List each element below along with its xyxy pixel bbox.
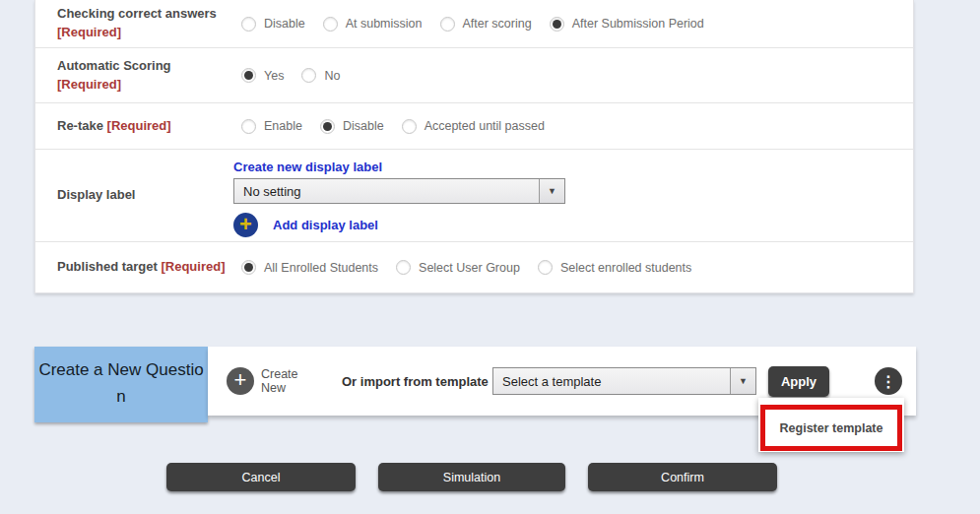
quiz-settings-panel: Checking correct answers [Required] Disa… (34, 0, 914, 293)
plus-glyph: + (239, 214, 252, 235)
option-label[interactable]: Disable (343, 119, 384, 133)
form-row-retake: Re-take [Required] Enable Disable Accept… (35, 103, 913, 150)
option-all-enrolled-students[interactable]: All Enrolled Students (241, 260, 378, 275)
radio-icon[interactable] (301, 68, 316, 83)
option-select-user-group[interactable]: Select User Group (396, 260, 520, 275)
option-after-scoring[interactable]: After scoring (440, 17, 532, 32)
radio-icon[interactable] (241, 119, 256, 134)
display-label-select-value[interactable]: No setting (234, 184, 539, 199)
form-row-published-target: Published target [Required] All Enrolled… (35, 242, 913, 292)
option-label[interactable]: After scoring (463, 17, 532, 31)
add-display-label-link[interactable]: Add display label (273, 218, 378, 232)
chevron-down-icon: ▼ (739, 377, 748, 386)
template-select-value[interactable]: Select a template (493, 374, 730, 389)
required-marker: [Required] (57, 77, 121, 92)
display-label-select[interactable]: No setting ▼ (233, 178, 565, 204)
form-row-checking-correct-answers: Checking correct answers [Required] Disa… (35, 0, 913, 48)
option-label[interactable]: Select enrolled students (560, 261, 691, 275)
plus-glyph: + (234, 369, 247, 391)
radio-icon[interactable] (323, 17, 338, 32)
row-label-text: Published target (57, 259, 158, 274)
row-label: Re-take [Required] (35, 117, 227, 136)
option-label[interactable]: Accepted until passed (425, 119, 545, 133)
option-disable[interactable]: Disable (241, 17, 305, 32)
template-select[interactable]: Select a template ▼ (492, 367, 756, 395)
page: Checking correct answers [Required] Disa… (0, 0, 980, 514)
simulation-button[interactable]: Simulation (378, 463, 565, 491)
option-label[interactable]: Disable (264, 17, 305, 31)
confirm-button[interactable]: Confirm (588, 463, 777, 491)
option-disable[interactable]: Disable (320, 119, 384, 134)
row-label: Automatic Scoring [Required] (35, 57, 227, 95)
kebab-menu-icon[interactable]: ⋮ (875, 367, 902, 395)
radio-icon-selected[interactable] (550, 17, 564, 32)
create-new-display-label-link[interactable]: Create new display label (233, 160, 382, 174)
option-label[interactable]: After Submission Period (572, 17, 704, 31)
option-after-submission-period[interactable]: After Submission Period (550, 17, 704, 32)
radio-group-published-target: All Enrolled Students Select User Group … (227, 260, 709, 275)
row-label: Checking correct answers [Required] (35, 5, 227, 42)
option-enable[interactable]: Enable (241, 119, 302, 134)
apply-button[interactable]: Apply (768, 366, 829, 397)
create-new-label[interactable]: Create New (261, 367, 310, 396)
option-label[interactable]: Select User Group (419, 261, 520, 275)
dropdown-button[interactable]: ▼ (730, 368, 755, 394)
radio-group-checking-correct-answers: Disable At submission After scoring Afte… (227, 17, 722, 32)
row-label: Display label (35, 186, 227, 205)
radio-icon[interactable] (440, 17, 455, 32)
required-marker: [Required] (161, 259, 225, 274)
radio-icon-selected[interactable] (241, 68, 256, 83)
option-label[interactable]: At submission (346, 17, 423, 31)
option-at-submission[interactable]: At submission (323, 17, 423, 32)
option-label[interactable]: All Enrolled Students (264, 261, 378, 275)
option-select-enrolled-students[interactable]: Select enrolled students (538, 260, 691, 275)
option-accepted-until-passed[interactable]: Accepted until passed (402, 119, 545, 134)
row-label-text: Checking correct answers (57, 6, 217, 21)
radio-icon[interactable] (402, 119, 417, 134)
radio-icon-selected[interactable] (241, 260, 256, 275)
radio-group-retake: Enable Disable Accepted until passed (227, 119, 562, 134)
create-new-button[interactable]: + Create New (227, 347, 310, 416)
radio-icon-selected[interactable] (320, 119, 335, 134)
chevron-down-icon: ▼ (548, 187, 556, 196)
cancel-button[interactable]: Cancel (166, 463, 356, 491)
row-label-text: Automatic Scoring (57, 58, 171, 73)
radio-icon[interactable] (538, 260, 553, 275)
option-label[interactable]: Enable (264, 119, 302, 133)
required-marker: [Required] (107, 118, 171, 133)
add-circle-icon[interactable]: + (233, 213, 258, 237)
form-row-display-label: Display label Create new display label N… (35, 150, 913, 242)
form-row-automatic-scoring: Automatic Scoring [Required] Yes No (35, 48, 913, 103)
radio-group-automatic-scoring: Yes No (227, 68, 358, 83)
row-label-text: Re-take (57, 118, 103, 133)
add-display-label-row: + Add display label (233, 213, 565, 237)
display-label-content: Create new display label No setting ▼ + … (227, 150, 565, 237)
row-label-text: Display label (57, 187, 135, 202)
dropdown-button[interactable]: ▼ (539, 179, 564, 203)
create-question-section-title: Create a New Question (34, 347, 208, 422)
plus-circle-icon: + (227, 367, 254, 395)
option-no[interactable]: No (301, 68, 340, 83)
register-template-highlight[interactable]: Register template (760, 405, 902, 451)
row-label: Published target [Required] (35, 258, 227, 277)
import-from-template-label: Or import from template (342, 347, 489, 416)
radio-icon[interactable] (241, 17, 256, 32)
option-label[interactable]: Yes (264, 69, 284, 83)
required-marker: [Required] (57, 25, 121, 39)
register-template-menu-item[interactable]: Register template (780, 421, 883, 435)
option-label[interactable]: No (324, 69, 340, 83)
radio-icon[interactable] (396, 260, 411, 275)
option-yes[interactable]: Yes (241, 68, 284, 83)
